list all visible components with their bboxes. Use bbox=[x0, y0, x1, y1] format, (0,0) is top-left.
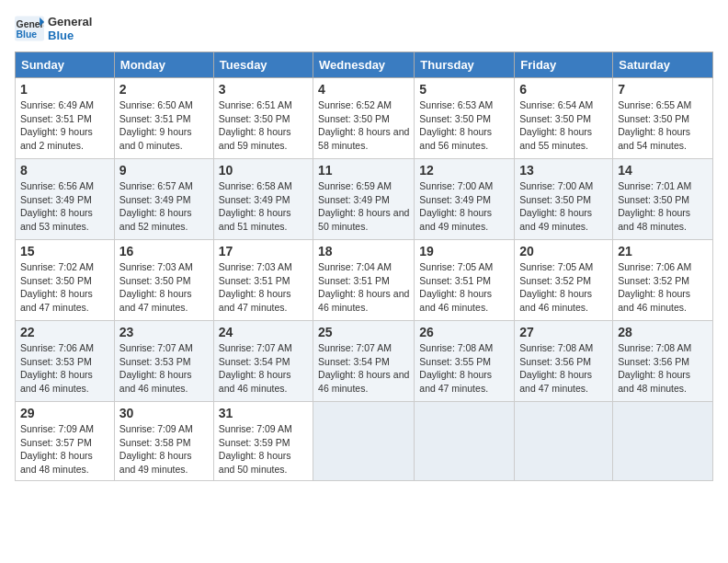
day-info: Sunrise: 6:57 AMSunset: 3:49 PMDaylight:… bbox=[119, 180, 193, 232]
calendar-cell: 27 Sunrise: 7:08 AMSunset: 3:56 PMDaylig… bbox=[515, 321, 613, 402]
day-number: 31 bbox=[219, 406, 308, 420]
day-number: 9 bbox=[119, 163, 209, 178]
day-info: Sunrise: 7:07 AMSunset: 3:54 PMDaylight:… bbox=[318, 342, 409, 394]
calendar-cell: 18 Sunrise: 7:04 AMSunset: 3:51 PMDaylig… bbox=[313, 240, 415, 321]
header: General Blue General Blue bbox=[15, 15, 713, 42]
calendar-cell: 30 Sunrise: 7:09 AMSunset: 3:58 PMDaylig… bbox=[114, 402, 213, 481]
day-number: 18 bbox=[318, 244, 409, 259]
day-info: Sunrise: 7:05 AMSunset: 3:52 PMDaylight:… bbox=[519, 261, 593, 313]
day-number: 22 bbox=[20, 325, 109, 339]
day-number: 16 bbox=[119, 244, 209, 259]
day-info: Sunrise: 7:00 AMSunset: 3:50 PMDaylight:… bbox=[519, 180, 593, 232]
calendar-cell bbox=[415, 402, 515, 481]
calendar-cell: 23 Sunrise: 7:07 AMSunset: 3:53 PMDaylig… bbox=[114, 321, 213, 402]
calendar-cell bbox=[515, 402, 613, 481]
day-info: Sunrise: 7:00 AMSunset: 3:49 PMDaylight:… bbox=[419, 180, 493, 232]
day-number: 25 bbox=[318, 325, 409, 339]
day-info: Sunrise: 7:03 AMSunset: 3:50 PMDaylight:… bbox=[119, 261, 193, 313]
calendar-cell: 10 Sunrise: 6:58 AMSunset: 3:49 PMDaylig… bbox=[213, 159, 313, 240]
day-info: Sunrise: 7:07 AMSunset: 3:54 PMDaylight:… bbox=[219, 342, 292, 394]
calendar-cell: 9 Sunrise: 6:57 AMSunset: 3:49 PMDayligh… bbox=[114, 159, 213, 240]
calendar-cell: 26 Sunrise: 7:08 AMSunset: 3:55 PMDaylig… bbox=[415, 321, 515, 402]
calendar-cell: 21 Sunrise: 7:06 AMSunset: 3:52 PMDaylig… bbox=[613, 240, 713, 321]
day-info: Sunrise: 7:06 AMSunset: 3:53 PMDaylight:… bbox=[20, 342, 94, 394]
day-number: 6 bbox=[519, 82, 608, 97]
calendar-header-row: SundayMondayTuesdayWednesdayThursdayFrid… bbox=[16, 52, 713, 78]
calendar-cell: 24 Sunrise: 7:07 AMSunset: 3:54 PMDaylig… bbox=[213, 321, 313, 402]
day-info: Sunrise: 6:56 AMSunset: 3:49 PMDaylight:… bbox=[20, 180, 94, 232]
calendar-cell: 6 Sunrise: 6:54 AMSunset: 3:50 PMDayligh… bbox=[515, 78, 613, 159]
day-info: Sunrise: 7:01 AMSunset: 3:50 PMDaylight:… bbox=[618, 180, 691, 232]
day-number: 11 bbox=[318, 163, 409, 178]
calendar-cell: 28 Sunrise: 7:08 AMSunset: 3:56 PMDaylig… bbox=[613, 321, 713, 402]
calendar-cell: 3 Sunrise: 6:51 AMSunset: 3:50 PMDayligh… bbox=[213, 78, 313, 159]
col-header-thursday: Thursday bbox=[415, 52, 515, 78]
calendar-cell: 13 Sunrise: 7:00 AMSunset: 3:50 PMDaylig… bbox=[515, 159, 613, 240]
calendar-cell: 12 Sunrise: 7:00 AMSunset: 3:49 PMDaylig… bbox=[415, 159, 515, 240]
day-number: 17 bbox=[219, 244, 308, 259]
day-number: 21 bbox=[618, 244, 708, 259]
day-info: Sunrise: 7:04 AMSunset: 3:51 PMDaylight:… bbox=[318, 261, 409, 313]
logo: General Blue General Blue bbox=[15, 15, 92, 42]
calendar-cell: 5 Sunrise: 6:53 AMSunset: 3:50 PMDayligh… bbox=[415, 78, 515, 159]
day-number: 13 bbox=[519, 163, 608, 178]
calendar-cell: 4 Sunrise: 6:52 AMSunset: 3:50 PMDayligh… bbox=[313, 78, 415, 159]
calendar-cell: 11 Sunrise: 6:59 AMSunset: 3:49 PMDaylig… bbox=[313, 159, 415, 240]
day-number: 27 bbox=[519, 325, 608, 339]
day-info: Sunrise: 7:06 AMSunset: 3:52 PMDaylight:… bbox=[618, 261, 691, 313]
day-number: 14 bbox=[618, 163, 708, 178]
col-header-monday: Monday bbox=[114, 52, 213, 78]
day-number: 15 bbox=[20, 244, 109, 259]
day-info: Sunrise: 7:03 AMSunset: 3:51 PMDaylight:… bbox=[219, 261, 292, 313]
day-info: Sunrise: 6:50 AMSunset: 3:51 PMDaylight:… bbox=[119, 99, 193, 151]
day-info: Sunrise: 6:55 AMSunset: 3:50 PMDaylight:… bbox=[618, 99, 691, 151]
col-header-sunday: Sunday bbox=[16, 52, 115, 78]
logo-general: General bbox=[48, 15, 92, 29]
calendar-cell: 1 Sunrise: 6:49 AMSunset: 3:51 PMDayligh… bbox=[16, 78, 115, 159]
day-info: Sunrise: 7:08 AMSunset: 3:56 PMDaylight:… bbox=[618, 342, 691, 394]
day-number: 7 bbox=[618, 82, 708, 97]
day-info: Sunrise: 7:08 AMSunset: 3:55 PMDaylight:… bbox=[419, 342, 493, 394]
calendar-cell: 14 Sunrise: 7:01 AMSunset: 3:50 PMDaylig… bbox=[613, 159, 713, 240]
day-number: 24 bbox=[219, 325, 308, 339]
day-number: 1 bbox=[20, 82, 109, 97]
logo-blue: Blue bbox=[48, 29, 92, 42]
calendar-cell: 16 Sunrise: 7:03 AMSunset: 3:50 PMDaylig… bbox=[114, 240, 213, 321]
svg-text:Blue: Blue bbox=[17, 29, 38, 40]
day-info: Sunrise: 6:54 AMSunset: 3:50 PMDaylight:… bbox=[519, 99, 593, 151]
day-info: Sunrise: 6:59 AMSunset: 3:49 PMDaylight:… bbox=[318, 180, 409, 232]
day-number: 23 bbox=[119, 325, 209, 339]
calendar-cell: 7 Sunrise: 6:55 AMSunset: 3:50 PMDayligh… bbox=[613, 78, 713, 159]
day-number: 29 bbox=[20, 406, 109, 420]
day-info: Sunrise: 7:08 AMSunset: 3:56 PMDaylight:… bbox=[519, 342, 593, 394]
calendar-cell: 25 Sunrise: 7:07 AMSunset: 3:54 PMDaylig… bbox=[313, 321, 415, 402]
day-number: 30 bbox=[119, 406, 209, 420]
day-number: 20 bbox=[519, 244, 608, 259]
day-number: 8 bbox=[20, 163, 109, 178]
calendar-cell: 20 Sunrise: 7:05 AMSunset: 3:52 PMDaylig… bbox=[515, 240, 613, 321]
day-info: Sunrise: 6:51 AMSunset: 3:50 PMDaylight:… bbox=[219, 99, 292, 151]
day-info: Sunrise: 6:49 AMSunset: 3:51 PMDaylight:… bbox=[20, 99, 94, 151]
day-number: 4 bbox=[318, 82, 409, 97]
calendar-table: SundayMondayTuesdayWednesdayThursdayFrid… bbox=[15, 52, 713, 481]
day-number: 28 bbox=[618, 325, 708, 339]
day-info: Sunrise: 7:09 AMSunset: 3:59 PMDaylight:… bbox=[219, 423, 292, 475]
calendar-cell bbox=[313, 402, 415, 481]
calendar-cell bbox=[613, 402, 713, 481]
calendar-cell: 31 Sunrise: 7:09 AMSunset: 3:59 PMDaylig… bbox=[213, 402, 313, 481]
day-info: Sunrise: 6:52 AMSunset: 3:50 PMDaylight:… bbox=[318, 99, 409, 151]
col-header-saturday: Saturday bbox=[613, 52, 713, 78]
col-header-wednesday: Wednesday bbox=[313, 52, 415, 78]
day-info: Sunrise: 7:09 AMSunset: 3:58 PMDaylight:… bbox=[119, 423, 193, 475]
day-number: 2 bbox=[119, 82, 209, 97]
calendar-cell: 2 Sunrise: 6:50 AMSunset: 3:51 PMDayligh… bbox=[114, 78, 213, 159]
day-info: Sunrise: 7:02 AMSunset: 3:50 PMDaylight:… bbox=[20, 261, 94, 313]
calendar-cell: 19 Sunrise: 7:05 AMSunset: 3:51 PMDaylig… bbox=[415, 240, 515, 321]
calendar-cell: 22 Sunrise: 7:06 AMSunset: 3:53 PMDaylig… bbox=[16, 321, 115, 402]
col-header-friday: Friday bbox=[515, 52, 613, 78]
calendar-cell: 29 Sunrise: 7:09 AMSunset: 3:57 PMDaylig… bbox=[16, 402, 115, 481]
day-number: 12 bbox=[419, 163, 509, 178]
calendar-cell: 17 Sunrise: 7:03 AMSunset: 3:51 PMDaylig… bbox=[213, 240, 313, 321]
day-info: Sunrise: 7:09 AMSunset: 3:57 PMDaylight:… bbox=[20, 423, 94, 475]
day-number: 5 bbox=[419, 82, 509, 97]
